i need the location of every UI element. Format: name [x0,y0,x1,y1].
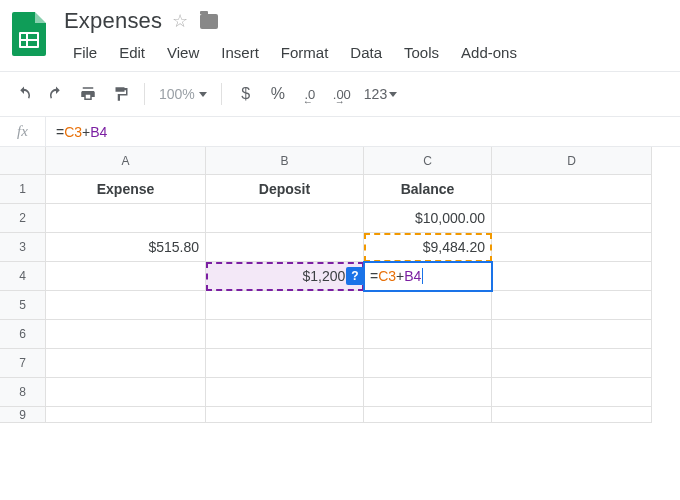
print-button[interactable] [74,80,102,108]
cell-C7[interactable] [364,349,492,378]
row-header-3[interactable]: 3 [0,233,46,262]
row-header-4[interactable]: 4 [0,262,46,291]
undo-button[interactable] [10,80,38,108]
row-header-2[interactable]: 2 [0,204,46,233]
row-header-7[interactable]: 7 [0,349,46,378]
col-header-C[interactable]: C [364,147,492,175]
separator [144,83,145,105]
row-header-6[interactable]: 6 [0,320,46,349]
cell-A1[interactable]: Expense [46,175,206,204]
chevron-down-icon [199,92,207,97]
cell-A9[interactable] [46,407,206,423]
cell-A3[interactable]: $515.80 [46,233,206,262]
document-title[interactable]: Expenses [64,8,162,34]
cell-C1[interactable]: Balance [364,175,492,204]
cell-D5[interactable] [492,291,652,320]
cell-B2[interactable] [206,204,364,233]
cell-A6[interactable] [46,320,206,349]
row-header-8[interactable]: 8 [0,378,46,407]
cell-D4[interactable] [492,262,652,291]
formula-bar: fx =C3+B4 [0,117,680,147]
zoom-dropdown[interactable]: 100% [155,86,211,102]
zoom-value: 100% [159,86,195,102]
more-formats-dropdown[interactable]: 123 [360,86,401,102]
cell-C6[interactable] [364,320,492,349]
formula-help-icon[interactable]: ? [346,267,364,285]
menu-format[interactable]: Format [272,40,338,65]
cell-B3[interactable] [206,233,364,262]
cell-B6[interactable] [206,320,364,349]
cell-A4[interactable] [46,262,206,291]
col-header-A[interactable]: A [46,147,206,175]
more-formats-label: 123 [364,86,387,102]
cell-C3[interactable]: $9,484.20 [364,233,492,262]
format-percent-button[interactable]: % [264,80,292,108]
decrease-decimal-button[interactable]: .0← [296,80,324,108]
cell-C2[interactable]: $10,000.00 [364,204,492,233]
cell-D2[interactable] [492,204,652,233]
sheets-logo[interactable] [12,8,52,60]
paint-format-button[interactable] [106,80,134,108]
cell-D6[interactable] [492,320,652,349]
cell-D8[interactable] [492,378,652,407]
cell-B4[interactable]: $1,200.0 [206,262,364,291]
menu-data[interactable]: Data [341,40,391,65]
cell-A2[interactable] [46,204,206,233]
row-header-1[interactable]: 1 [0,175,46,204]
row-header-9[interactable]: 9 [0,407,46,423]
menu-edit[interactable]: Edit [110,40,154,65]
cell-A5[interactable] [46,291,206,320]
toolbar: 100% $ % .0← .00→ 123 [0,71,680,117]
cell-A7[interactable] [46,349,206,378]
menu-addons[interactable]: Add-ons [452,40,526,65]
cell-A8[interactable] [46,378,206,407]
spreadsheet-grid: A B C D 1 Expense Deposit Balance 2 $10,… [0,147,680,423]
menu-bar: File Edit View Insert Format Data Tools … [64,40,668,65]
cell-D1[interactable] [492,175,652,204]
cell-C4[interactable]: ? =C3+B4 [364,262,492,291]
col-header-D[interactable]: D [492,147,652,175]
increase-decimal-button[interactable]: .00→ [328,80,356,108]
cell-C9[interactable] [364,407,492,423]
cell-B7[interactable] [206,349,364,378]
folder-icon[interactable] [200,14,218,29]
cell-C8[interactable] [364,378,492,407]
row-header-5[interactable]: 5 [0,291,46,320]
chevron-down-icon [389,92,397,97]
cell-D3[interactable] [492,233,652,262]
redo-button[interactable] [42,80,70,108]
cell-C5[interactable] [364,291,492,320]
star-icon[interactable]: ☆ [172,10,188,32]
cell-B5[interactable] [206,291,364,320]
col-header-B[interactable]: B [206,147,364,175]
cell-D7[interactable] [492,349,652,378]
cell-B9[interactable] [206,407,364,423]
formula-input[interactable]: =C3+B4 [46,124,117,140]
cell-B1[interactable]: Deposit [206,175,364,204]
menu-file[interactable]: File [64,40,106,65]
cell-B8[interactable] [206,378,364,407]
cell-D9[interactable] [492,407,652,423]
text-cursor [422,268,423,284]
format-currency-button[interactable]: $ [232,80,260,108]
menu-view[interactable]: View [158,40,208,65]
select-all-corner[interactable] [0,147,46,175]
separator [221,83,222,105]
fx-label[interactable]: fx [0,117,46,146]
menu-insert[interactable]: Insert [212,40,268,65]
menu-tools[interactable]: Tools [395,40,448,65]
